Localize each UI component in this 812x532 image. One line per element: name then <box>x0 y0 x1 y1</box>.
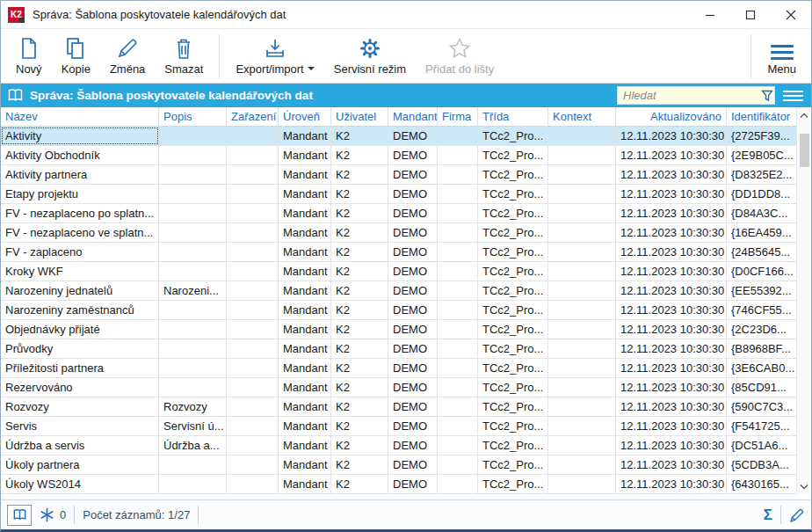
cell-identifikator[interactable]: {D8325E2... <box>727 165 796 184</box>
cell-firma[interactable] <box>438 223 478 242</box>
cell-nazev[interactable]: Údržba a servis <box>1 436 159 455</box>
cell-kontext[interactable] <box>548 262 616 281</box>
cell-mandant[interactable]: DEMO <box>388 223 438 242</box>
cell-trida[interactable]: TCc2_Pro... <box>478 397 548 416</box>
cell-kontext[interactable] <box>548 146 616 164</box>
cell-uzivatel[interactable]: K2 <box>331 436 388 455</box>
cell-nazev[interactable]: Etapy projektu <box>1 185 159 203</box>
cell-mandant[interactable]: DEMO <box>388 185 438 203</box>
cell-nazev[interactable]: Průvodky <box>1 339 159 358</box>
cell-firma[interactable] <box>438 359 478 377</box>
cell-trida[interactable]: TCc2_Pro... <box>478 455 548 474</box>
cell-nazev[interactable]: FV - nezaplaceno ve splatn... <box>1 223 159 242</box>
cell-aktualizovano[interactable]: 12.11.2023 10:30:30 <box>616 281 727 300</box>
scrollbar-thumb[interactable] <box>800 134 809 167</box>
cell-aktualizovano[interactable]: 12.11.2023 10:30:30 <box>616 417 727 435</box>
column-header-uzivatel[interactable]: Uživatel <box>331 107 388 126</box>
cell-trida[interactable]: TCc2_Pro... <box>478 281 548 300</box>
cell-popis[interactable] <box>159 320 227 339</box>
cell-popis[interactable]: Údržba a... <box>159 436 227 455</box>
cell-uroven[interactable]: Mandant <box>279 262 331 281</box>
cell-zarazeni[interactable] <box>227 339 279 358</box>
cell-popis[interactable]: Servisní ú... <box>159 417 227 435</box>
table-row[interactable]: RezervovánoMandantK2DEMOTCc2_Pro...12.11… <box>1 378 796 397</box>
cell-zarazeni[interactable] <box>227 436 279 455</box>
cell-identifikator[interactable]: {DC51A6... <box>727 436 796 455</box>
cell-zarazeni[interactable] <box>227 301 279 319</box>
scroll-down-arrow[interactable] <box>797 478 811 494</box>
cell-firma[interactable] <box>438 320 478 339</box>
cell-trida[interactable]: TCc2_Pro... <box>478 165 548 184</box>
sum-icon[interactable]: Σ <box>764 507 772 522</box>
column-header-mandant[interactable]: Mandant <box>388 107 438 126</box>
cell-trida[interactable]: TCc2_Pro... <box>478 127 548 145</box>
cell-popis[interactable] <box>159 339 227 358</box>
cell-zarazeni[interactable] <box>227 475 279 493</box>
cell-trida[interactable]: TCc2_Pro... <box>478 417 548 435</box>
cell-uzivatel[interactable]: K2 <box>331 397 388 416</box>
cell-uroven[interactable]: Mandant <box>279 475 331 493</box>
column-header-popis[interactable]: Popis <box>159 107 227 126</box>
vertical-scrollbar[interactable] <box>796 107 811 494</box>
cell-firma[interactable] <box>438 243 478 261</box>
cell-popis[interactable] <box>159 359 227 377</box>
column-header-aktualizovano[interactable]: Aktualizováno <box>616 107 727 126</box>
cell-uroven[interactable]: Mandant <box>279 455 331 474</box>
cell-zarazeni[interactable] <box>227 378 279 397</box>
cell-kontext[interactable] <box>548 417 616 435</box>
cell-uzivatel[interactable]: K2 <box>331 146 388 164</box>
cell-uzivatel[interactable]: K2 <box>331 243 388 261</box>
cell-uroven[interactable]: Mandant <box>279 165 331 184</box>
cell-uroven[interactable]: Mandant <box>279 417 331 435</box>
cell-zarazeni[interactable] <box>227 127 279 145</box>
table-row[interactable]: Aktivity partneraMandantK2DEMOTCc2_Pro..… <box>1 165 796 185</box>
cell-uzivatel[interactable]: K2 <box>331 204 388 222</box>
cell-popis[interactable] <box>159 146 227 164</box>
cell-popis[interactable]: Rozvozy <box>159 397 227 416</box>
cell-kontext[interactable] <box>548 204 616 222</box>
cell-uroven[interactable]: Mandant <box>279 243 331 261</box>
cell-firma[interactable] <box>438 204 478 222</box>
cell-aktualizovano[interactable]: 12.11.2023 10:30:30 <box>616 146 727 164</box>
cell-kontext[interactable] <box>548 339 616 358</box>
cell-uroven[interactable]: Mandant <box>279 320 331 339</box>
cell-uzivatel[interactable]: K2 <box>331 475 388 493</box>
column-header-trida[interactable]: Třída <box>478 107 548 126</box>
column-header-uroven[interactable]: Úroveň <box>279 107 331 126</box>
cell-trida[interactable]: TCc2_Pro... <box>478 301 548 319</box>
cell-kontext[interactable] <box>548 243 616 261</box>
cell-identifikator[interactable]: {F541725... <box>727 417 796 435</box>
cell-popis[interactable] <box>159 185 227 203</box>
cell-identifikator[interactable]: {6430165... <box>727 475 796 493</box>
cell-mandant[interactable]: DEMO <box>388 301 438 319</box>
cell-aktualizovano[interactable]: 12.11.2023 10:30:30 <box>616 243 727 261</box>
cell-firma[interactable] <box>438 339 478 358</box>
copy-button[interactable]: Kopie <box>52 33 100 79</box>
cell-zarazeni[interactable] <box>227 417 279 435</box>
cell-identifikator[interactable]: {EE55392... <box>727 281 796 300</box>
cell-identifikator[interactable]: {2E9B05C... <box>727 146 796 164</box>
cell-nazev[interactable]: Narozeniny zaměstnanců <box>1 301 159 319</box>
cell-popis[interactable] <box>159 204 227 222</box>
cell-nazev[interactable]: Aktivity <box>1 127 159 145</box>
cell-nazev[interactable]: FV - zaplaceno <box>1 243 159 261</box>
cell-firma[interactable] <box>438 127 478 145</box>
cell-uzivatel[interactable]: K2 <box>331 127 388 145</box>
cell-kontext[interactable] <box>548 165 616 184</box>
cell-aktualizovano[interactable]: 12.11.2023 10:30:30 <box>616 378 727 397</box>
cell-firma[interactable] <box>438 281 478 300</box>
cell-trida[interactable]: TCc2_Pro... <box>478 378 548 397</box>
cell-uzivatel[interactable]: K2 <box>331 455 388 474</box>
cell-zarazeni[interactable] <box>227 165 279 184</box>
cell-firma[interactable] <box>438 378 478 397</box>
cell-nazev[interactable]: Objednávky přijaté <box>1 320 159 339</box>
cell-nazev[interactable]: Příležitosti partnera <box>1 359 159 377</box>
cell-identifikator[interactable]: {5CDB3A... <box>727 455 796 474</box>
cell-popis[interactable] <box>159 223 227 242</box>
table-row[interactable]: Narozeniny jednatelůNarozeni...MandantK2… <box>1 281 796 301</box>
cell-popis[interactable] <box>159 475 227 493</box>
cell-uzivatel[interactable]: K2 <box>331 223 388 242</box>
cell-firma[interactable] <box>438 262 478 281</box>
cell-uzivatel[interactable]: K2 <box>331 281 388 300</box>
table-row[interactable]: Úkoly partneraMandantK2DEMOTCc2_Pro...12… <box>1 455 796 475</box>
